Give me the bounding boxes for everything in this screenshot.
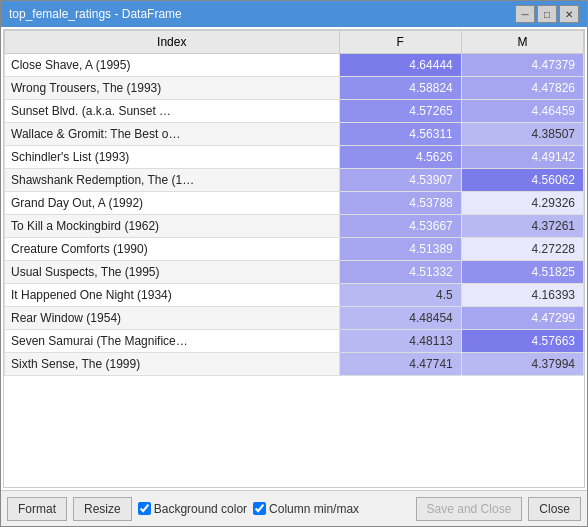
bottom-bar: Format Resize Background color Column mi… (1, 490, 587, 526)
table-header: Index F M (5, 31, 584, 54)
cell-m: 4.56062 (461, 169, 583, 192)
table-row: Sixth Sense, The (1999)4.477414.37994 (5, 353, 584, 376)
cell-m: 4.16393 (461, 284, 583, 307)
cell-m: 4.51825 (461, 261, 583, 284)
cell-f: 4.53907 (339, 169, 461, 192)
cell-f: 4.5626 (339, 146, 461, 169)
table-row: It Happened One Night (1934)4.54.16393 (5, 284, 584, 307)
window-title: top_female_ratings - DataFrame (9, 7, 182, 21)
cell-index: Sixth Sense, The (1999) (5, 353, 340, 376)
table-row: Schindler's List (1993)4.56264.49142 (5, 146, 584, 169)
cell-index: Schindler's List (1993) (5, 146, 340, 169)
cell-f: 4.56311 (339, 123, 461, 146)
cell-m: 4.57663 (461, 330, 583, 353)
cell-m: 4.27228 (461, 238, 583, 261)
cell-index: Creature Comforts (1990) (5, 238, 340, 261)
column-minmax-label: Column min/max (269, 502, 359, 516)
table-row: Sunset Blvd. (a.k.a. Sunset …4.572654.46… (5, 100, 584, 123)
close-window-button[interactable]: ✕ (559, 5, 579, 23)
cell-f: 4.53788 (339, 192, 461, 215)
cell-f: 4.57265 (339, 100, 461, 123)
col-header-index: Index (5, 31, 340, 54)
cell-m: 4.37261 (461, 215, 583, 238)
cell-index: Rear Window (1954) (5, 307, 340, 330)
cell-m: 4.29326 (461, 192, 583, 215)
cell-f: 4.64444 (339, 54, 461, 77)
cell-index: Wrong Trousers, The (1993) (5, 77, 340, 100)
cell-index: Sunset Blvd. (a.k.a. Sunset … (5, 100, 340, 123)
table-row: Creature Comforts (1990)4.513894.27228 (5, 238, 584, 261)
table-row: Wrong Trousers, The (1993)4.588244.47826 (5, 77, 584, 100)
table-row: Usual Suspects, The (1995)4.513324.51825 (5, 261, 584, 284)
maximize-button[interactable]: □ (537, 5, 557, 23)
title-bar: top_female_ratings - DataFrame ─ □ ✕ (1, 1, 587, 27)
table-row: Grand Day Out, A (1992)4.537884.29326 (5, 192, 584, 215)
table-row: To Kill a Mockingbird (1962)4.536674.372… (5, 215, 584, 238)
table-row: Wallace & Gromit: The Best o…4.563114.38… (5, 123, 584, 146)
cell-m: 4.38507 (461, 123, 583, 146)
cell-index: Usual Suspects, The (1995) (5, 261, 340, 284)
cell-index: Shawshank Redemption, The (1… (5, 169, 340, 192)
cell-m: 4.46459 (461, 100, 583, 123)
cell-f: 4.48113 (339, 330, 461, 353)
main-window: top_female_ratings - DataFrame ─ □ ✕ Ind… (0, 0, 588, 527)
cell-f: 4.58824 (339, 77, 461, 100)
cell-m: 4.49142 (461, 146, 583, 169)
table-row: Shawshank Redemption, The (1…4.539074.56… (5, 169, 584, 192)
table-row: Rear Window (1954)4.484544.47299 (5, 307, 584, 330)
close-button[interactable]: Close (528, 497, 581, 521)
cell-index: Grand Day Out, A (1992) (5, 192, 340, 215)
col-header-m: M (461, 31, 583, 54)
column-minmax-checkbox-label[interactable]: Column min/max (253, 502, 359, 516)
cell-m: 4.47299 (461, 307, 583, 330)
data-table: Index F M Close Shave, A (1995)4.644444.… (4, 30, 584, 376)
resize-button[interactable]: Resize (73, 497, 132, 521)
minimize-button[interactable]: ─ (515, 5, 535, 23)
background-color-checkbox[interactable] (138, 502, 151, 515)
cell-index: It Happened One Night (1934) (5, 284, 340, 307)
cell-f: 4.48454 (339, 307, 461, 330)
background-color-checkbox-label[interactable]: Background color (138, 502, 247, 516)
cell-f: 4.5 (339, 284, 461, 307)
cell-f: 4.51389 (339, 238, 461, 261)
cell-f: 4.47741 (339, 353, 461, 376)
cell-m: 4.37994 (461, 353, 583, 376)
title-bar-controls: ─ □ ✕ (515, 5, 579, 23)
table-body: Close Shave, A (1995)4.644444.47379Wrong… (5, 54, 584, 376)
col-header-f: F (339, 31, 461, 54)
cell-index: Seven Samurai (The Magnifice… (5, 330, 340, 353)
cell-index: Wallace & Gromit: The Best o… (5, 123, 340, 146)
cell-index: Close Shave, A (1995) (5, 54, 340, 77)
table-container[interactable]: Index F M Close Shave, A (1995)4.644444.… (3, 29, 585, 488)
column-minmax-checkbox[interactable] (253, 502, 266, 515)
format-button[interactable]: Format (7, 497, 67, 521)
save-close-button[interactable]: Save and Close (416, 497, 523, 521)
cell-f: 4.51332 (339, 261, 461, 284)
cell-f: 4.53667 (339, 215, 461, 238)
table-row: Seven Samurai (The Magnifice…4.481134.57… (5, 330, 584, 353)
cell-index: To Kill a Mockingbird (1962) (5, 215, 340, 238)
cell-m: 4.47826 (461, 77, 583, 100)
main-content: Index F M Close Shave, A (1995)4.644444.… (1, 27, 587, 490)
cell-m: 4.47379 (461, 54, 583, 77)
background-color-label: Background color (154, 502, 247, 516)
table-row: Close Shave, A (1995)4.644444.47379 (5, 54, 584, 77)
